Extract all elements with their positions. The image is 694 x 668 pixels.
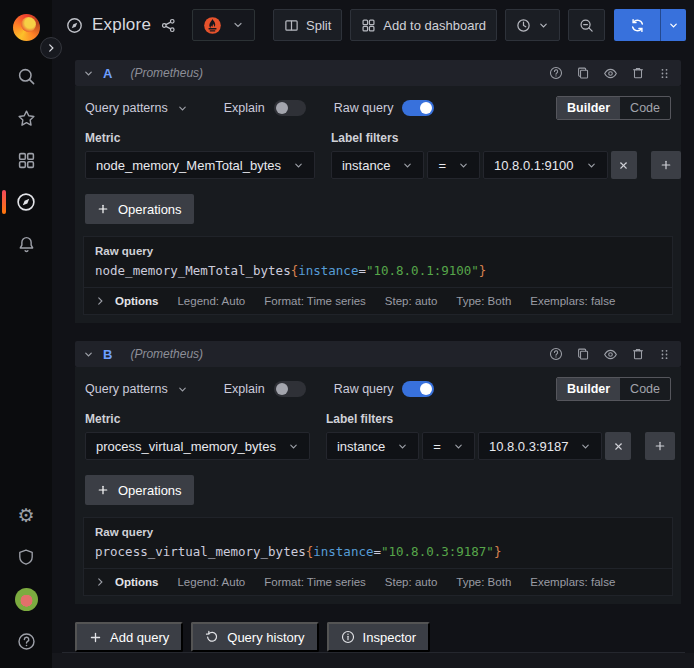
raw-query-toggle-group: Raw query — [334, 100, 435, 116]
chevron-down-icon — [288, 441, 299, 452]
filter-label-select[interactable]: instance — [331, 151, 424, 179]
sidebar-item-help[interactable] — [6, 620, 46, 662]
query-ref-id[interactable]: B — [103, 347, 112, 362]
filter-operator-select[interactable]: = — [422, 432, 475, 460]
sidebar-item-settings[interactable]: ⚙ — [6, 494, 46, 536]
filter-operator-value: = — [433, 439, 441, 454]
raw-query-toggle-label: Raw query — [334, 382, 394, 396]
grafana-logo[interactable] — [13, 14, 40, 41]
duplicate-query-icon[interactable] — [576, 66, 590, 80]
run-query-button[interactable] — [614, 9, 660, 41]
add-query-button[interactable]: Add query — [75, 622, 183, 652]
query-editor-toolbar: Query patterns Explain Raw query Builder… — [83, 375, 673, 403]
sidebar-item-starred[interactable] — [6, 97, 46, 139]
apps-icon — [17, 151, 36, 170]
query-patterns-button[interactable]: Query patterns — [85, 382, 188, 396]
chevron-down-icon — [453, 441, 464, 452]
raw-query-preview: Raw query process_virtual_memory_bytes{i… — [84, 518, 672, 568]
raw-query-toggle-group: Raw query — [334, 381, 435, 397]
explain-toggle[interactable] — [274, 381, 306, 397]
query-history-button[interactable]: Query history — [191, 622, 318, 652]
metric-select-value: process_virtual_memory_bytes — [96, 439, 276, 454]
option-type: Type: Both — [456, 295, 511, 307]
chevron-right-icon — [95, 577, 105, 587]
query-history-label: Query history — [227, 630, 304, 645]
inspector-label: Inspector — [363, 630, 416, 645]
query-help-icon[interactable] — [549, 66, 563, 80]
query-help-icon[interactable] — [549, 347, 563, 361]
drag-handle-icon[interactable] — [658, 348, 671, 361]
drag-handle-icon[interactable] — [658, 67, 671, 80]
promql-value: "10.8.0.1:9100" — [366, 263, 479, 278]
sidebar-item-explore[interactable] — [6, 181, 46, 223]
add-filter-button[interactable] — [651, 151, 681, 179]
chevron-down-icon — [397, 441, 408, 452]
explore-footer: Add query Query history Inspector — [75, 622, 681, 652]
sidebar-item-profile[interactable] — [6, 578, 46, 620]
explore-compass-icon — [66, 17, 83, 34]
zoom-out-button[interactable] — [568, 9, 605, 41]
raw-query-box: Raw query node_memory_MemTotal_bytes{ins… — [83, 236, 673, 315]
builder-tab[interactable]: Builder — [557, 378, 620, 400]
chevron-down-icon — [232, 19, 244, 31]
label-filter-row: instance = 10.8.0.1:9100 — [331, 151, 681, 179]
metric-select[interactable]: process_virtual_memory_bytes — [85, 432, 310, 460]
filter-value-select[interactable]: 10.8.0.3:9187 — [478, 432, 603, 460]
hide-query-eye-icon[interactable] — [603, 347, 618, 362]
remove-filter-button[interactable] — [605, 432, 631, 460]
code-tab[interactable]: Code — [620, 97, 670, 119]
raw-query-toggle[interactable] — [402, 381, 434, 397]
add-to-dashboard-button[interactable]: Add to dashboard — [350, 9, 497, 41]
plus-icon — [97, 203, 109, 215]
split-button[interactable]: Split — [273, 9, 342, 41]
options-label: Options — [115, 295, 158, 307]
filter-operator-select[interactable]: = — [427, 151, 480, 179]
metric-select-value: node_memory_MemTotal_bytes — [96, 158, 281, 173]
run-query-dropdown[interactable] — [660, 9, 686, 41]
raw-query-code: process_virtual_memory_bytes{instance="1… — [95, 544, 661, 559]
duplicate-query-icon[interactable] — [576, 347, 590, 361]
operations-button[interactable]: Operations — [85, 194, 194, 224]
datasource-picker[interactable] — [192, 9, 255, 41]
sidebar-item-search[interactable] — [6, 55, 46, 97]
metric-field-label: Metric — [85, 412, 310, 426]
builder-tab[interactable]: Builder — [557, 97, 620, 119]
metric-field: Metric node_memory_MemTotal_bytes — [85, 131, 315, 179]
query-datasource-hint: (Prometheus) — [130, 347, 203, 361]
filter-value-select[interactable]: 10.8.0.1:9100 — [483, 151, 608, 179]
sidebar-item-dashboards[interactable] — [6, 139, 46, 181]
time-picker-button[interactable] — [505, 9, 560, 41]
collapse-chevron-icon[interactable] — [83, 349, 94, 360]
query-patterns-button[interactable]: Query patterns — [85, 101, 188, 115]
sidebar-item-alerting[interactable] — [6, 223, 46, 265]
chevron-down-icon — [293, 160, 304, 171]
query-row-header[interactable]: A (Prometheus) — [75, 60, 681, 86]
options-row[interactable]: Options Legend: Auto Format: Time series… — [84, 287, 672, 314]
share-icon[interactable] — [161, 18, 176, 33]
operations-button[interactable]: Operations — [85, 475, 194, 505]
raw-query-toggle[interactable] — [402, 100, 434, 116]
split-icon — [284, 18, 299, 33]
raw-query-toggle-label: Raw query — [334, 101, 394, 115]
metric-select[interactable]: node_memory_MemTotal_bytes — [85, 151, 315, 179]
sidebar-expand-button[interactable] — [40, 37, 62, 59]
sidebar-item-server-admin[interactable] — [6, 536, 46, 578]
options-row[interactable]: Options Legend: Auto Format: Time series… — [84, 568, 672, 595]
raw-query-code: node_memory_MemTotal_bytes{instance="10.… — [95, 263, 661, 278]
collapse-chevron-icon[interactable] — [83, 68, 94, 79]
query-row-header[interactable]: B (Prometheus) — [75, 341, 681, 367]
explain-toggle[interactable] — [274, 100, 306, 116]
add-filter-button[interactable] — [645, 432, 675, 460]
query-datasource-hint: (Prometheus) — [130, 66, 203, 80]
inspector-button[interactable]: Inspector — [327, 622, 430, 652]
remove-filter-button[interactable] — [611, 151, 637, 179]
raw-query-label: Raw query — [95, 526, 661, 538]
query-fields: Metric node_memory_MemTotal_bytes Label … — [83, 131, 673, 179]
hide-query-eye-icon[interactable] — [603, 66, 618, 81]
promql-metric: node_memory_MemTotal_bytes — [95, 263, 291, 278]
query-ref-id[interactable]: A — [103, 66, 112, 81]
remove-query-trash-icon[interactable] — [631, 347, 645, 361]
remove-query-trash-icon[interactable] — [631, 66, 645, 80]
code-tab[interactable]: Code — [620, 378, 670, 400]
filter-label-select[interactable]: instance — [326, 432, 419, 460]
